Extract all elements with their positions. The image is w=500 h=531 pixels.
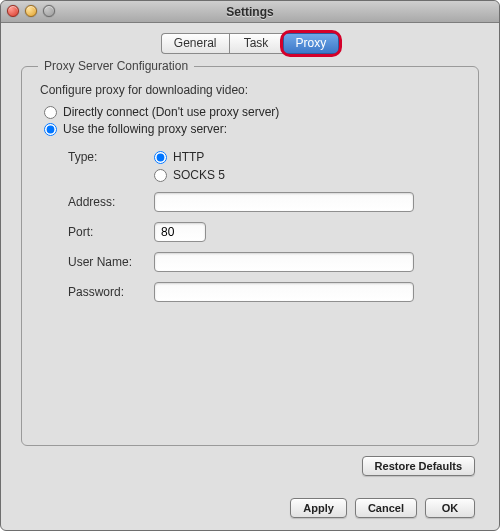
- type-socks5-label: SOCKS 5: [173, 168, 225, 182]
- ok-button[interactable]: OK: [425, 498, 475, 518]
- zoom-icon[interactable]: [43, 5, 55, 17]
- tab-proxy[interactable]: Proxy: [283, 33, 340, 54]
- mode-direct-label: Directly connect (Don't use proxy server…: [63, 105, 279, 119]
- close-icon[interactable]: [7, 5, 19, 17]
- dialog-footer: Apply Cancel OK: [1, 498, 475, 518]
- cancel-button[interactable]: Cancel: [355, 498, 417, 518]
- type-http-label: HTTP: [173, 150, 204, 164]
- proxy-form: Type: HTTP SOCKS 5 Address: Port:: [68, 150, 454, 302]
- group-legend: Proxy Server Configuration: [38, 59, 194, 73]
- titlebar: Settings: [1, 1, 499, 23]
- tab-general[interactable]: General: [161, 33, 229, 54]
- settings-window: Settings General Task Proxy Proxy Server…: [0, 0, 500, 531]
- type-socks5-radio[interactable]: [154, 169, 167, 182]
- tab-proxy-label: Proxy: [296, 36, 327, 50]
- tabs: General Task Proxy: [1, 33, 499, 54]
- mode-useproxy-label: Use the following proxy server:: [63, 122, 227, 136]
- port-input[interactable]: [154, 222, 206, 242]
- address-input[interactable]: [154, 192, 414, 212]
- window-title: Settings: [226, 5, 273, 19]
- mode-useproxy-option[interactable]: Use the following proxy server:: [44, 122, 462, 136]
- window-controls: [7, 5, 55, 17]
- proxy-groupbox: Proxy Server Configuration Configure pro…: [21, 66, 479, 446]
- password-input[interactable]: [154, 282, 414, 302]
- group-subtitle: Configure proxy for downloading video:: [40, 83, 462, 97]
- mode-direct-radio[interactable]: [44, 106, 57, 119]
- type-http-radio[interactable]: [154, 151, 167, 164]
- apply-button[interactable]: Apply: [290, 498, 347, 518]
- username-input[interactable]: [154, 252, 414, 272]
- restore-defaults-button[interactable]: Restore Defaults: [362, 456, 475, 476]
- port-label: Port:: [68, 225, 146, 239]
- type-label: Type:: [68, 150, 146, 164]
- password-label: Password:: [68, 285, 146, 299]
- minimize-icon[interactable]: [25, 5, 37, 17]
- type-http-option[interactable]: HTTP: [154, 150, 225, 164]
- tab-task[interactable]: Task: [229, 33, 283, 54]
- username-label: User Name:: [68, 255, 146, 269]
- address-label: Address:: [68, 195, 146, 209]
- mode-direct-option[interactable]: Directly connect (Don't use proxy server…: [44, 105, 462, 119]
- mode-useproxy-radio[interactable]: [44, 123, 57, 136]
- type-socks5-option[interactable]: SOCKS 5: [154, 168, 225, 182]
